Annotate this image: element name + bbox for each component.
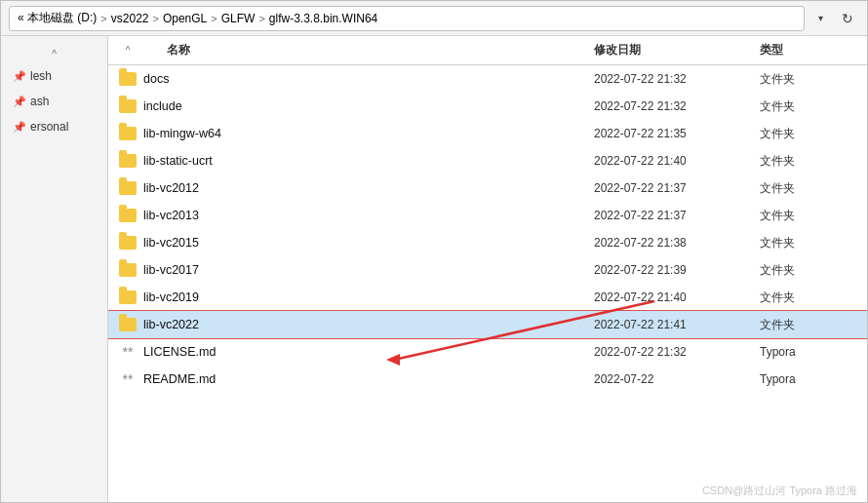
sort-arrow-icon: ^	[118, 45, 138, 56]
folder-icon	[118, 206, 138, 225]
file-row[interactable]: **LICENSE.md2022-07-22 21:32Typora	[108, 338, 867, 366]
file-date: 2022-07-22 21:37	[594, 181, 760, 195]
sidebar-item-2[interactable]: 📌ersonal	[1, 114, 107, 139]
file-row[interactable]: lib-vc20192022-07-22 21:40文件夹	[108, 284, 867, 311]
sidebar-item-1[interactable]: 📌ash	[1, 89, 107, 114]
file-row[interactable]: docs2022-07-22 21:32文件夹	[108, 65, 867, 93]
file-type: 文件夹	[760, 180, 857, 197]
breadcrumb-item-4[interactable]: glfw-3.3.8.bin.WIN64	[269, 12, 377, 25]
breadcrumb-separator-0: >	[100, 13, 106, 24]
file-row[interactable]: lib-static-ucrt2022-07-22 21:40文件夹	[108, 147, 867, 174]
file-row[interactable]: lib-vc20172022-07-22 21:39文件夹	[108, 256, 867, 284]
file-name: lib-vc2022	[143, 318, 594, 331]
file-date: 2022-07-22 21:40	[594, 154, 760, 168]
file-list-container: ^ 名称 修改日期 类型 docs2022-07-22 21:32文件夹incl…	[108, 36, 867, 502]
folder-icon	[118, 178, 138, 198]
folder-icon	[118, 124, 138, 143]
file-name: lib-static-ucrt	[143, 154, 594, 168]
file-name: lib-vc2012	[143, 181, 594, 195]
file-date: 2022-07-22 21:32	[594, 99, 760, 113]
breadcrumb-item-1[interactable]: vs2022	[111, 12, 149, 25]
folder-icon	[118, 97, 138, 116]
file-date: 2022-07-22 21:38	[594, 236, 760, 250]
refresh-button[interactable]: ↻	[836, 7, 859, 30]
folder-icon	[118, 315, 138, 334]
file-type: Typora	[760, 372, 857, 386]
file-row[interactable]: lib-vc20222022-07-22 21:41文件夹	[108, 311, 867, 338]
file-icon: **	[118, 342, 138, 362]
file-name: lib-vc2017	[143, 263, 594, 277]
file-name: lib-vc2015	[143, 236, 594, 250]
file-row[interactable]: include2022-07-22 21:32文件夹	[108, 93, 867, 120]
file-type: 文件夹	[760, 126, 857, 142]
breadcrumb-separator-1: >	[152, 13, 158, 24]
file-type: 文件夹	[760, 208, 857, 224]
file-type: 文件夹	[760, 98, 857, 115]
file-name: README.md	[143, 372, 594, 386]
file-date: 2022-07-22 21:39	[594, 263, 760, 277]
file-row[interactable]: lib-vc20132022-07-22 21:37文件夹	[108, 202, 867, 229]
breadcrumb-item-0[interactable]: « 本地磁盘 (D:)	[18, 10, 97, 26]
file-name: lib-mingw-w64	[143, 127, 594, 140]
file-type: 文件夹	[760, 71, 857, 88]
file-date: 2022-07-22	[594, 372, 760, 386]
file-date: 2022-07-22 21:40	[594, 290, 760, 304]
sidebar-item-0[interactable]: 📌lesh	[1, 63, 107, 89]
pin-icon: 📌	[13, 70, 26, 82]
file-row[interactable]: lib-vc20122022-07-22 21:37文件夹	[108, 174, 867, 202]
file-row[interactable]: lib-vc20152022-07-22 21:38文件夹	[108, 229, 867, 256]
file-row[interactable]: lib-mingw-w642022-07-22 21:35文件夹	[108, 120, 867, 147]
file-date: 2022-07-22 21:37	[594, 209, 760, 222]
file-type: 文件夹	[760, 317, 857, 333]
file-date: 2022-07-22 21:35	[594, 127, 760, 140]
folder-icon	[118, 288, 138, 307]
file-type: 文件夹	[760, 153, 857, 170]
main-area: ^ 📌lesh📌ash📌ersonal ^ 名称 修改日期 类型 docs202…	[1, 36, 867, 502]
breadcrumb-item-3[interactable]: GLFW	[221, 12, 256, 25]
column-date-header[interactable]: 修改日期	[594, 42, 760, 58]
breadcrumb-separator-2: >	[211, 13, 217, 24]
breadcrumb-separator-3: >	[258, 13, 264, 24]
file-date: 2022-07-22 21:32	[594, 345, 760, 359]
file-type: Typora	[760, 345, 857, 359]
column-headers: ^ 名称 修改日期 类型	[108, 36, 867, 65]
file-type: 文件夹	[760, 290, 857, 306]
file-name: include	[143, 99, 594, 113]
watermark: CSDN@路过山河 Typora 路过海	[702, 484, 857, 498]
breadcrumb-item-2[interactable]: OpenGL	[163, 12, 207, 25]
column-type-header[interactable]: 类型	[760, 42, 857, 58]
folder-icon	[118, 69, 138, 89]
file-list: docs2022-07-22 21:32文件夹include2022-07-22…	[108, 65, 867, 502]
file-date: 2022-07-22 21:32	[594, 72, 760, 86]
file-name: lib-vc2013	[143, 209, 594, 222]
file-name: lib-vc2019	[143, 290, 594, 304]
file-type: 文件夹	[760, 235, 857, 252]
file-area: ^ 名称 修改日期 类型 docs2022-07-22 21:32文件夹incl…	[108, 36, 867, 502]
address-bar: « 本地磁盘 (D:) > vs2022 > OpenGL > GLFW > g…	[1, 1, 867, 36]
pin-icon: 📌	[13, 96, 26, 107]
folder-icon	[118, 151, 138, 171]
sidebar-scroll-up[interactable]: ^	[1, 44, 107, 63]
pin-icon: 📌	[13, 121, 26, 133]
breadcrumb[interactable]: « 本地磁盘 (D:) > vs2022 > OpenGL > GLFW > g…	[9, 6, 805, 31]
explorer-window: « 本地磁盘 (D:) > vs2022 > OpenGL > GLFW > g…	[0, 0, 868, 503]
file-type: 文件夹	[760, 262, 857, 279]
file-date: 2022-07-22 21:41	[594, 318, 760, 331]
sidebar-item-label-0: lesh	[30, 69, 52, 83]
sidebar-item-label-1: ash	[30, 95, 49, 108]
sidebar-item-label-2: ersonal	[30, 120, 68, 134]
sidebar: ^ 📌lesh📌ash📌ersonal	[1, 36, 108, 502]
file-row[interactable]: **README.md2022-07-22Typora	[108, 366, 867, 393]
folder-icon	[118, 260, 138, 280]
column-name-header[interactable]: 名称	[138, 42, 594, 58]
file-name: LICENSE.md	[143, 345, 594, 359]
file-name: docs	[143, 72, 594, 86]
folder-icon	[118, 233, 138, 252]
dropdown-button[interactable]: ▾	[810, 7, 830, 30]
file-icon: **	[118, 369, 138, 389]
